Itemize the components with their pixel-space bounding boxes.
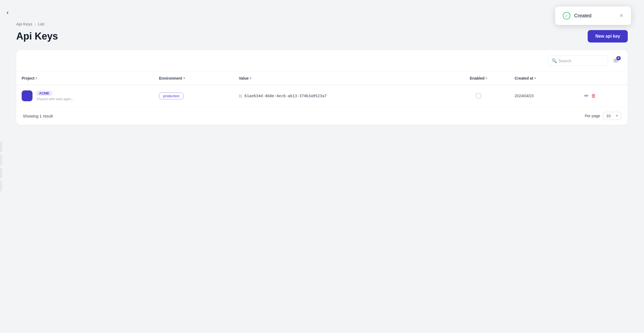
search-icon: 🔍 — [552, 58, 557, 63]
enabled-cell — [448, 85, 509, 107]
api-keys-table-card: 🔍 ⛃ 0 Project ▾ — [16, 50, 628, 125]
sort-project-icon: ▾ — [35, 76, 37, 80]
api-keys-table: Project ▾ Environment ▾ Value ▾ — [16, 72, 628, 107]
col-project[interactable]: Project ▾ — [16, 72, 154, 85]
filter-button[interactable]: ⛃ 0 — [611, 57, 620, 65]
breadcrumb-current: List — [38, 22, 44, 26]
per-page-select[interactable]: 10 25 50 100 — [603, 112, 621, 120]
toast-close-button[interactable]: ✕ — [619, 13, 623, 19]
project-cell: ACME Shared with web agen... — [16, 85, 154, 107]
project-description: Shared with web agen... — [36, 97, 74, 101]
page-header: Api Keys New api key — [16, 30, 628, 43]
back-button[interactable]: ‹ — [6, 9, 9, 16]
sort-created-at-icon: ▾ — [534, 76, 536, 80]
table-row: ACME Shared with web agen... production … — [16, 85, 628, 107]
page-title: Api Keys — [16, 31, 58, 42]
new-api-key-button[interactable]: New api key — [588, 30, 628, 43]
project-avatar — [22, 90, 32, 101]
environment-cell: production — [154, 85, 233, 107]
per-page-label: Per page — [585, 114, 600, 118]
showing-result-text: Showing 1 result — [23, 114, 53, 118]
col-created-at[interactable]: Created at ▾ — [509, 72, 579, 85]
value-cell: ⧉ 61ae634d-4b8e-4ec6-ab13-374b3a9523a7 — [233, 85, 448, 107]
project-info: ACME Shared with web agen... — [36, 91, 74, 101]
toast-success-icon: ✓ — [563, 12, 570, 19]
breadcrumb-parent[interactable]: Api Keys — [16, 22, 32, 26]
api-key-value: 61ae634d-4b8e-4ec6-ab13-374b3a9523a7 — [245, 94, 327, 98]
created-at-cell: 2024/04/23 — [509, 85, 579, 107]
table-footer: Showing 1 result Per page 10 25 50 100 — [16, 107, 628, 125]
project-name-badge: ACME — [36, 91, 52, 96]
enabled-checkbox[interactable] — [476, 93, 481, 99]
filter-badge: 0 — [616, 56, 621, 60]
actions-cell: ✏ 🗑 — [579, 85, 628, 107]
copy-icon[interactable]: ⧉ — [239, 93, 242, 99]
search-input-wrap: 🔍 — [548, 56, 608, 66]
col-actions — [579, 72, 628, 85]
search-container: 🔍 ⛃ 0 — [548, 56, 620, 66]
breadcrumb-separator: › — [34, 22, 36, 26]
toast-notification: ✓ Created ✕ — [555, 6, 631, 25]
per-page-wrap: Per page 10 25 50 100 — [585, 112, 621, 120]
edit-button[interactable]: ✏ — [584, 93, 588, 99]
sort-enabled-icon: ▾ — [486, 76, 487, 80]
col-enabled[interactable]: Enabled ▾ — [448, 72, 509, 85]
table-body: ACME Shared with web agen... production … — [16, 85, 628, 107]
col-value[interactable]: Value ▾ — [233, 72, 448, 85]
col-environment[interactable]: Environment ▾ — [154, 72, 233, 85]
sort-value-icon: ▾ — [250, 76, 251, 80]
table-toolbar: 🔍 ⛃ 0 — [16, 50, 628, 72]
search-input[interactable] — [548, 56, 608, 66]
table-header: Project ▾ Environment ▾ Value ▾ — [16, 72, 628, 85]
main-content: Api Keys › List Api Keys New api key 🔍 ⛃… — [0, 0, 644, 136]
sidebar-peek — [0, 142, 2, 191]
delete-button[interactable]: 🗑 — [591, 93, 596, 99]
toast-message: Created — [574, 13, 611, 19]
sort-environment-icon: ▾ — [183, 76, 185, 80]
environment-badge: production — [159, 93, 184, 99]
breadcrumb: Api Keys › List — [16, 22, 628, 26]
